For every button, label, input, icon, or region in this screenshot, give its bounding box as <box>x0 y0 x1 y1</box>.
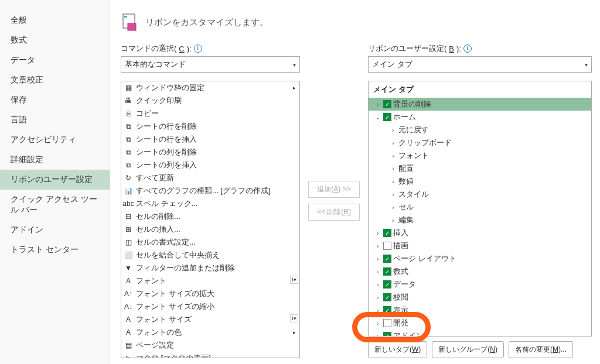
tree-label: スタイル <box>398 189 429 200</box>
tree-row[interactable]: ›描画 <box>369 239 591 252</box>
tree-row[interactable]: ›スタイル <box>369 188 591 201</box>
new-tab-button[interactable]: 新しいタブ(W) <box>368 341 427 358</box>
chevron-right-icon[interactable]: › <box>374 307 381 314</box>
chevron-right-icon[interactable]: › <box>390 178 397 185</box>
tree-row[interactable]: ›編集 <box>369 214 591 226</box>
checkbox[interactable]: ✓ <box>383 332 391 336</box>
tree-row[interactable]: ›元に戻す <box>369 123 591 136</box>
chevron-right-icon[interactable]: › <box>374 230 381 236</box>
info-icon[interactable]: i <box>463 44 472 53</box>
command-row[interactable]: Aフォントの色▸ <box>121 326 299 339</box>
sidebar-item[interactable]: リボンのユーザー設定 <box>0 170 110 190</box>
tree-row[interactable]: ›✓数式 <box>369 265 591 278</box>
command-label: シートの列を挿入 <box>136 160 297 170</box>
command-row[interactable]: AフォントI▾ <box>121 274 299 287</box>
tree-row[interactable]: ›✓校閲 <box>369 291 591 304</box>
tree-row[interactable]: ›数値 <box>369 175 591 188</box>
tree-row[interactable]: ›✓挿入 <box>369 226 591 239</box>
command-row[interactable]: ⧉シートの列を挿入 <box>121 159 299 171</box>
sidebar-item[interactable]: クイック アクセス ツール バー <box>0 190 110 220</box>
info-icon[interactable]: i <box>194 44 202 53</box>
sidebar-item[interactable]: 文章校正 <box>0 70 110 90</box>
insrow-icon: ⧉ <box>124 135 133 144</box>
tree-row[interactable]: ›配置 <box>369 162 591 175</box>
sidebar-item[interactable]: 詳細設定 <box>0 150 110 170</box>
chevron-right-icon[interactable]: › <box>390 204 397 211</box>
ribbon-dropdown[interactable]: メイン タブ ▾ <box>368 56 592 73</box>
chevron-right-icon[interactable]: › <box>390 191 397 198</box>
command-row[interactable]: ↻すべて更新 <box>121 171 299 184</box>
chevron-right-icon[interactable]: › <box>374 256 381 262</box>
checkbox[interactable]: ✓ <box>383 100 391 108</box>
command-row[interactable]: ▤ページ設定 <box>121 339 299 352</box>
tree-row[interactable]: ›✓データ <box>369 278 591 291</box>
chevron-right-icon[interactable]: › <box>374 101 381 108</box>
checkbox[interactable]: ✓ <box>383 293 391 301</box>
sidebar-item[interactable]: アクセシビリティ <box>0 130 110 150</box>
command-label: フォント サイズの縮小 <box>136 301 297 312</box>
chevron-down-icon[interactable]: ⌄ <box>374 114 381 121</box>
commands-list[interactable]: ▦ウィンドウ枠の固定▸🖶クイック印刷⎘コピー⧉シートの行を削除⧉シートの行を挿入… <box>121 81 299 358</box>
command-row[interactable]: 📊すべてのグラフの種類... [グラフの作成] <box>121 184 299 197</box>
sidebar-item[interactable]: 全般 <box>0 11 110 30</box>
command-row[interactable]: ⬜セルを結合して中央揃え <box>121 249 299 262</box>
sidebar-item[interactable]: トラスト センター <box>0 240 110 260</box>
command-row[interactable]: ▼フィルターの追加または削除 <box>121 262 299 274</box>
checkbox[interactable]: ✓ <box>383 113 391 121</box>
new-group-button[interactable]: 新しいグループ(N) <box>432 341 504 358</box>
tree-row[interactable]: ›開発 <box>369 317 591 329</box>
ribbon-label: リボンのユーザー設定(B): i <box>368 43 592 54</box>
copy-icon: ⎘ <box>124 109 133 118</box>
rename-button[interactable]: 名前の変更(M)... <box>509 341 573 358</box>
command-row[interactable]: Aフォント サイズI▾ <box>121 313 299 326</box>
chevron-right-icon[interactable]: › <box>390 166 397 172</box>
sidebar-item[interactable]: アドイン <box>0 220 110 240</box>
sidebar-item[interactable]: データ <box>0 50 110 70</box>
checkbox[interactable]: ✓ <box>383 255 391 263</box>
tree-row[interactable]: ›クリップボード <box>369 136 591 149</box>
tree-row[interactable]: ›✓表示 <box>369 304 591 317</box>
add-button[interactable]: 追加(A) >> <box>308 181 360 198</box>
checkbox[interactable]: ✓ <box>383 267 391 276</box>
chevron-right-icon[interactable]: › <box>390 140 397 146</box>
checkbox[interactable] <box>383 242 391 250</box>
remove-button[interactable]: << 削除(R) <box>308 204 360 221</box>
chevron-right-icon[interactable]: › <box>374 294 381 301</box>
tree-row[interactable]: ›セル <box>369 201 591 214</box>
sidebar-item[interactable]: 数式 <box>0 30 110 50</box>
checkbox[interactable]: ✓ <box>383 306 391 314</box>
sidebar-item[interactable]: 保存 <box>0 90 110 110</box>
command-row[interactable]: ⧉シートの列を削除 <box>121 146 299 159</box>
command-row[interactable]: abcスペル チェック... <box>121 197 299 210</box>
tree-row[interactable]: ›✓背景の削除 <box>369 98 591 111</box>
ribbon-tree[interactable]: ›✓背景の削除⌄✓ホーム›元に戻す›クリップボード›フォント›配置›数値›スタイ… <box>369 98 591 336</box>
chevron-right-icon[interactable]: › <box>374 243 381 249</box>
tree-row[interactable]: ›フォント <box>369 149 591 162</box>
checkbox[interactable] <box>383 319 391 327</box>
command-row[interactable]: ⊞セルの挿入... <box>121 223 299 236</box>
command-row[interactable]: A↓フォント サイズの縮小 <box>121 300 299 313</box>
command-row[interactable]: ⧉シートの行を挿入 <box>121 133 299 146</box>
chevron-right-icon[interactable]: › <box>374 320 381 327</box>
command-row[interactable]: ⎘コピー <box>121 107 299 120</box>
command-row[interactable]: ⊟セルの削除... <box>121 210 299 223</box>
commands-dropdown[interactable]: 基本的なコマンド ▾ <box>121 56 300 73</box>
chevron-right-icon[interactable]: › <box>374 281 381 288</box>
chevron-right-icon[interactable]: › <box>374 333 381 336</box>
chevron-right-icon[interactable]: › <box>390 127 397 133</box>
tree-row[interactable]: ›✓ページ レイアウト <box>369 252 591 265</box>
tree-row[interactable]: ›✓アドイン <box>369 329 591 336</box>
chevron-right-icon[interactable]: › <box>390 217 397 224</box>
command-row[interactable]: ▦ウィンドウ枠の固定▸ <box>121 81 299 94</box>
command-row[interactable]: A↑フォント サイズの拡大 <box>121 287 299 300</box>
sidebar-item[interactable]: 言語 <box>0 110 110 130</box>
command-row[interactable]: ⧉シートの行を削除 <box>121 120 299 133</box>
checkbox[interactable]: ✓ <box>383 280 391 289</box>
command-row[interactable]: ◫セルの書式設定... <box>121 236 299 249</box>
chevron-right-icon[interactable]: › <box>390 153 397 159</box>
command-row[interactable]: ▷マクロ [マクロの表示] <box>121 352 299 358</box>
chevron-right-icon[interactable]: › <box>374 269 381 275</box>
command-row[interactable]: 🖶クイック印刷 <box>121 94 299 107</box>
checkbox[interactable]: ✓ <box>383 229 391 237</box>
tree-row[interactable]: ⌄✓ホーム <box>369 111 591 123</box>
